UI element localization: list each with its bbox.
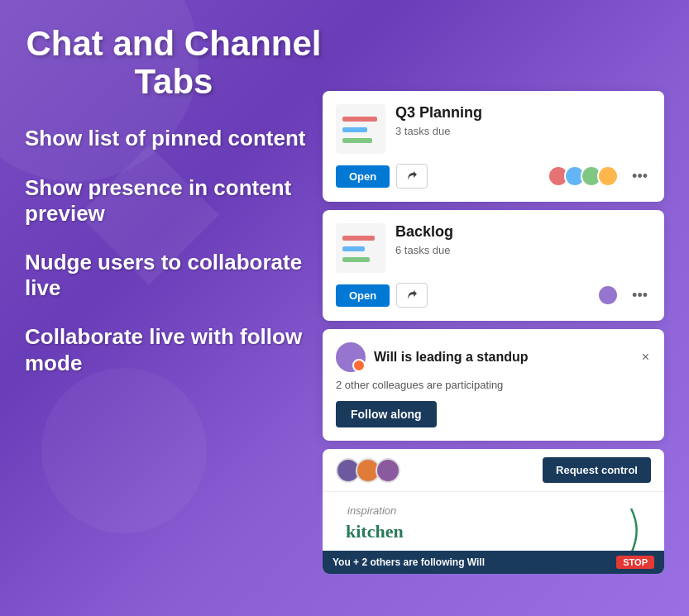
share-icon	[405, 170, 419, 183]
avatars-backlog	[597, 284, 619, 306]
whiteboard-preview: inspiration kitchen You + 2 others are f…	[323, 491, 664, 574]
card-info-q3: Q3 Planning 3 tasks due	[395, 104, 651, 137]
card-subtitle-q3: 3 tasks due	[395, 125, 651, 137]
card-actions-backlog: Open •••	[336, 283, 651, 308]
standup-title: Will is leading a standup	[374, 350, 632, 365]
card-backlog: Backlog 6 tasks due Open •••	[323, 210, 664, 321]
feature-nudge: Nudge users to collaborate live	[25, 250, 323, 301]
card-info-backlog: Backlog 6 tasks due	[395, 223, 651, 256]
collab-avatars	[336, 458, 400, 483]
follow-along-button[interactable]: Follow along	[336, 401, 437, 427]
card-title-backlog: Backlog	[395, 223, 651, 241]
card-q3-planning: Q3 Planning 3 tasks due Open •••	[323, 91, 664, 202]
following-text: You + 2 others are following Will	[333, 556, 485, 568]
feature-text-pinned: Show list of pinned content	[25, 126, 323, 151]
standup-avatar	[336, 342, 366, 372]
more-button-backlog[interactable]: •••	[629, 285, 651, 306]
card-title-q3: Q3 Planning	[395, 104, 651, 122]
feature-follow: Collaborate live with follow mode	[25, 324, 323, 375]
collab-section: Request control inspiration kitchen You …	[323, 449, 664, 574]
wb-text-kitchen: kitchen	[346, 521, 404, 542]
feature-pinned: Show list of pinned content	[25, 126, 323, 151]
right-panel: Q3 Planning 3 tasks due Open •••	[323, 17, 664, 599]
close-standup-button[interactable]: ×	[640, 348, 651, 366]
card-thumbnail-backlog	[336, 223, 385, 273]
open-button-backlog[interactable]: Open	[336, 284, 390, 307]
feature-presence: Show presence in content preview	[25, 175, 323, 227]
card-thumbnail-q3	[336, 104, 385, 154]
avatar-backlog-single	[597, 284, 619, 306]
feature-text-follow: Collaborate live with follow mode	[25, 324, 323, 375]
collab-bar: Request control	[323, 449, 664, 491]
standup-card: Will is leading a standup × 2 other coll…	[323, 329, 664, 441]
standup-header: Will is leading a standup ×	[336, 342, 651, 372]
feature-text-presence: Show presence in content preview	[25, 175, 323, 227]
collab-avatar-3	[376, 458, 400, 483]
avatars-q3	[548, 165, 619, 187]
stop-button[interactable]: STOP	[616, 556, 654, 569]
page-title: Chat and Channel Tabs	[25, 25, 323, 101]
wb-text-inspiration: inspiration	[347, 504, 396, 517]
share-button-q3[interactable]	[396, 164, 428, 189]
share-icon-backlog	[405, 289, 419, 302]
avatar-4	[597, 165, 619, 187]
feature-text-nudge: Nudge users to collaborate live	[25, 250, 323, 301]
share-button-backlog[interactable]	[396, 283, 428, 308]
open-button-q3[interactable]: Open	[336, 165, 390, 188]
request-control-button[interactable]: Request control	[543, 457, 651, 483]
more-button-q3[interactable]: •••	[629, 166, 651, 187]
following-banner: You + 2 others are following Will STOP	[323, 551, 664, 574]
card-subtitle-backlog: 6 tasks due	[395, 244, 651, 256]
left-panel: Chat and Channel Tabs Show list of pinne…	[25, 17, 323, 599]
card-actions-q3: Open •••	[336, 164, 651, 189]
standup-description: 2 other colleagues are participating	[336, 379, 651, 391]
